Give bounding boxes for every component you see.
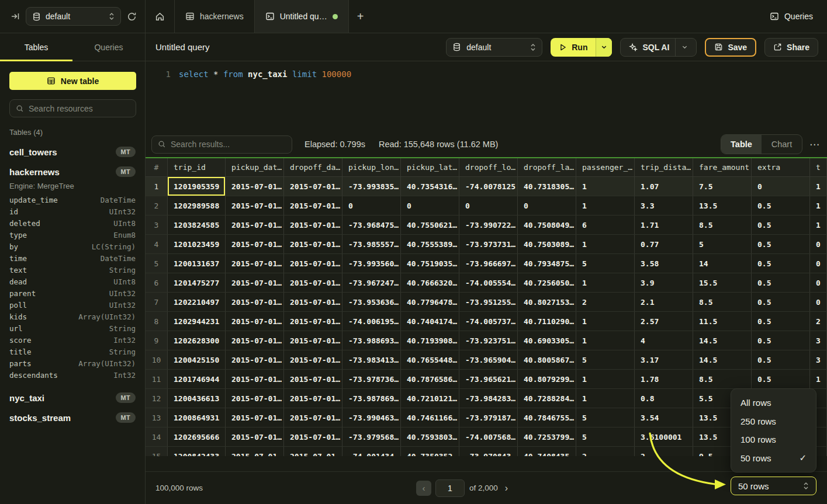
data-cell[interactable]: -73.923751… xyxy=(459,331,518,350)
column-header-dropoff_da…[interactable]: dropoff_da… xyxy=(284,158,342,176)
sidebar-item-cell_towers[interactable]: cell_towersMT xyxy=(0,142,145,162)
tab-untitled-query[interactable]: Untitled qu… xyxy=(255,0,349,33)
data-cell[interactable]: 2015-07-01… xyxy=(226,196,284,215)
data-cell[interactable]: 8.5 xyxy=(693,293,752,311)
data-cell[interactable]: 40.7550621… xyxy=(401,215,459,234)
page-size-option[interactable]: 250 rows xyxy=(731,412,816,430)
data-cell[interactable]: 1 xyxy=(576,370,635,388)
data-cell[interactable]: 0.5 xyxy=(752,235,810,253)
data-cell[interactable]: 2015-07-01… xyxy=(284,389,342,408)
data-cell[interactable]: 0 xyxy=(810,235,827,253)
data-cell[interactable]: -73.968475… xyxy=(342,215,401,234)
results-search-input[interactable] xyxy=(171,140,286,149)
data-cell[interactable]: 1200425150 xyxy=(168,350,226,369)
queries-button[interactable]: Queries xyxy=(756,0,827,33)
data-cell[interactable]: 3 xyxy=(810,350,827,369)
data-cell[interactable]: 1201023459 xyxy=(168,235,226,253)
data-cell[interactable]: 1200842433 xyxy=(168,447,226,456)
data-cell[interactable]: 7.5 xyxy=(693,177,752,196)
sql-ai-options-button[interactable] xyxy=(675,39,688,56)
column-header-trip_dista…[interactable]: trip_dista… xyxy=(635,158,693,176)
data-cell[interactable]: 2015-07-01… xyxy=(284,312,342,331)
tab-hackernews[interactable]: hackernews xyxy=(175,0,255,33)
query-db-selector[interactable]: default xyxy=(446,38,542,57)
data-cell[interactable]: 2015-07-01… xyxy=(226,350,284,369)
page-number-input[interactable] xyxy=(435,479,465,497)
data-cell[interactable]: 0 xyxy=(401,196,459,215)
data-cell[interactable]: 40.8079299… xyxy=(518,370,576,388)
data-cell[interactable]: 3.54 xyxy=(635,408,693,427)
data-cell[interactable]: 2015-07-01… xyxy=(284,408,342,427)
data-cell[interactable]: 1.07 xyxy=(635,177,693,196)
data-cell[interactable]: 0 xyxy=(342,196,401,215)
data-cell[interactable]: 13.5 xyxy=(693,196,752,215)
more-options-button[interactable]: ⋯ xyxy=(809,138,820,151)
data-cell[interactable]: 5 xyxy=(576,254,635,273)
data-cell[interactable]: -73.993560… xyxy=(342,254,401,273)
column-header-dropoff_lo…[interactable]: dropoff_lo… xyxy=(459,158,518,176)
data-cell[interactable]: 1201746944 xyxy=(168,370,226,388)
data-cell[interactable]: 2 xyxy=(810,312,827,331)
data-cell[interactable]: -73.973731… xyxy=(459,235,518,253)
data-cell[interactable]: 40.7655448… xyxy=(401,350,459,369)
data-cell[interactable]: 1202944231 xyxy=(168,312,226,331)
column-header-#[interactable]: # xyxy=(146,158,168,176)
data-cell[interactable]: 40.7253799… xyxy=(518,427,576,446)
data-cell[interactable]: 0.8 xyxy=(635,389,693,408)
data-cell[interactable]: 2015-07-01… xyxy=(226,215,284,234)
data-cell[interactable]: 1 xyxy=(576,273,635,292)
data-cell[interactable]: 2015-07-01… xyxy=(226,331,284,350)
data-cell[interactable]: 0.5 xyxy=(752,215,810,234)
data-cell[interactable]: -73.978736… xyxy=(342,370,401,388)
data-cell[interactable]: -73.967247… xyxy=(342,273,401,292)
data-cell[interactable]: 40.7846755… xyxy=(518,408,576,427)
data-cell[interactable]: 5 xyxy=(576,408,635,427)
data-cell[interactable]: 15.5 xyxy=(693,273,752,292)
data-cell[interactable]: 40.7461166… xyxy=(401,408,459,427)
data-cell[interactable]: 1 xyxy=(576,235,635,253)
data-cell[interactable]: 1.78 xyxy=(635,370,693,388)
data-cell[interactable]: 0.5 xyxy=(752,293,810,311)
data-cell[interactable]: 0 xyxy=(459,196,518,215)
results-search[interactable] xyxy=(151,135,292,154)
data-cell[interactable]: 40.7354316… xyxy=(401,177,459,196)
data-cell[interactable]: 2 xyxy=(635,447,693,456)
data-cell[interactable]: 3.58 xyxy=(635,254,693,273)
data-cell[interactable]: 40.7666320… xyxy=(401,273,459,292)
data-cell[interactable]: 11.5 xyxy=(693,312,752,331)
data-cell[interactable]: 2015-07-01… xyxy=(284,331,342,350)
data-cell[interactable]: 0 xyxy=(810,293,827,311)
data-cell[interactable]: 5 xyxy=(576,350,635,369)
data-cell[interactable]: 1203824585 xyxy=(168,215,226,234)
data-cell[interactable]: 0.5 xyxy=(752,273,810,292)
data-cell[interactable]: -73.985557… xyxy=(342,235,401,253)
data-cell[interactable]: 3.17 xyxy=(635,350,693,369)
data-cell[interactable]: 0.5 xyxy=(752,312,810,331)
data-cell[interactable]: 2015-07-01… xyxy=(284,427,342,446)
data-cell[interactable]: -74.005554… xyxy=(459,273,518,292)
sidebar-tab-queries[interactable]: Queries xyxy=(72,33,145,61)
data-cell[interactable]: 5 xyxy=(576,427,635,446)
data-cell[interactable]: 40.7110290… xyxy=(518,312,576,331)
column-header-fare_amount[interactable]: fare_amount xyxy=(693,158,752,176)
data-cell[interactable]: 0.5 xyxy=(752,350,810,369)
column-header-dropoff_la…[interactable]: dropoff_la… xyxy=(518,158,576,176)
data-cell[interactable]: 2 xyxy=(576,293,635,311)
data-cell[interactable]: 14.5 xyxy=(693,350,752,369)
data-cell[interactable]: 2015-07-01… xyxy=(226,408,284,427)
column-header-pickup_lat…[interactable]: pickup_lat… xyxy=(401,158,459,176)
page-size-option[interactable]: All rows xyxy=(731,394,816,412)
data-cell[interactable]: 3.6100001 xyxy=(635,427,693,446)
resource-search[interactable] xyxy=(9,99,136,117)
data-cell[interactable]: -73.965621… xyxy=(459,370,518,388)
data-cell[interactable]: 0 xyxy=(518,196,576,215)
data-cell[interactable]: 2015-07-01… xyxy=(284,196,342,215)
data-cell[interactable]: 40.7350352 xyxy=(401,447,459,456)
data-cell[interactable]: -73.988693… xyxy=(342,331,401,350)
data-cell[interactable]: 8.5 xyxy=(693,370,752,388)
page-size-select[interactable]: 50 rows xyxy=(731,477,816,495)
data-cell[interactable]: 2015-07-01… xyxy=(226,273,284,292)
data-cell[interactable]: 0.5 xyxy=(752,370,810,388)
run-button[interactable]: Run xyxy=(551,38,596,57)
sidebar-item-hackernews[interactable]: hackernewsMT xyxy=(0,162,145,182)
